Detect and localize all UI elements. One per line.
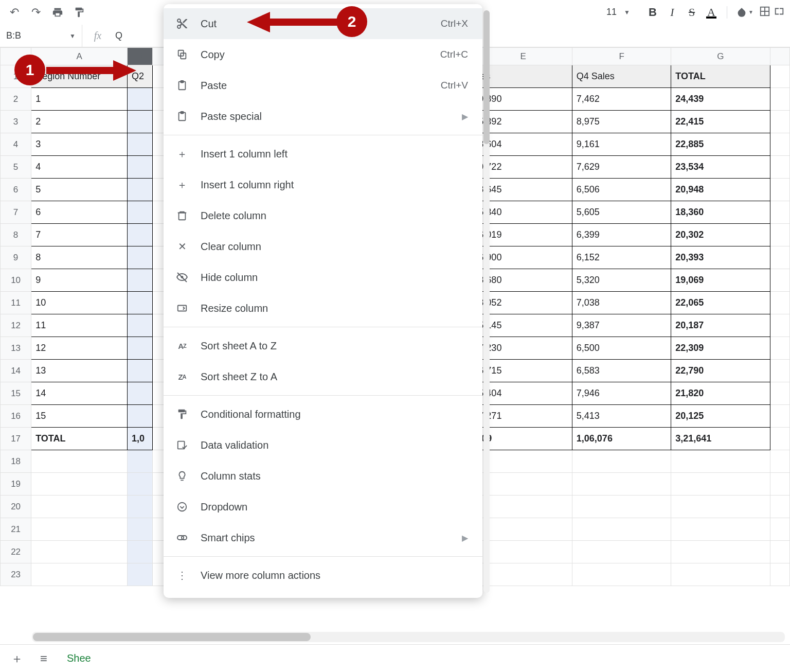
cell[interactable] [572, 496, 671, 518]
fill-color-button[interactable]: ▼ [733, 7, 756, 18]
add-sheet-button[interactable]: ＋ [8, 650, 26, 667]
cell[interactable]: 5 [31, 179, 128, 201]
cell[interactable] [572, 450, 671, 473]
row-header[interactable]: 6 [1, 179, 31, 201]
cell[interactable] [127, 337, 152, 360]
horizontal-scrollbar[interactable] [32, 632, 785, 642]
cell[interactable]: 2 [31, 111, 128, 133]
cell[interactable] [572, 473, 671, 496]
cell[interactable]: 6,399 [572, 224, 671, 246]
cell[interactable] [671, 541, 770, 563]
cell[interactable] [127, 518, 152, 541]
cell[interactable] [671, 473, 770, 496]
cell[interactable] [31, 563, 128, 586]
cell[interactable]: 6,152 [572, 246, 671, 269]
row-header[interactable]: 20 [1, 496, 31, 518]
cell[interactable] [671, 563, 770, 586]
sheet-tab[interactable]: Shee [62, 652, 96, 664]
bold-button[interactable]: B [643, 3, 662, 22]
cell[interactable] [31, 541, 128, 563]
cell[interactable]: 22,885 [671, 133, 770, 156]
cell[interactable]: 21,820 [671, 382, 770, 405]
cell[interactable]: 7 [31, 224, 128, 246]
col-header-f[interactable]: F [572, 48, 671, 65]
row-header[interactable]: 23 [1, 563, 31, 586]
cell[interactable]: 4 [31, 156, 128, 179]
row-header[interactable]: 10 [1, 269, 31, 292]
cell[interactable]: 5,605 [572, 201, 671, 224]
print-button[interactable] [48, 3, 67, 22]
cell[interactable] [127, 563, 152, 586]
ctx-column-stats[interactable]: Column stats [164, 461, 482, 491]
cell[interactable] [671, 450, 770, 473]
ctx-copy[interactable]: Copy Ctrl+C [164, 39, 482, 70]
ctx-insert-right[interactable]: ＋ Insert 1 column right [164, 169, 482, 200]
ctx-sort-az[interactable]: AZ Sort sheet A to Z [164, 330, 482, 361]
cell[interactable] [127, 246, 152, 269]
ctx-clear-column[interactable]: ✕ Clear column [164, 231, 482, 262]
undo-button[interactable]: ↶ [5, 3, 24, 22]
cell[interactable] [127, 360, 152, 382]
cell[interactable] [127, 473, 152, 496]
cell[interactable] [31, 518, 128, 541]
cell[interactable]: Q4 Sales [572, 65, 671, 88]
ctx-resize-column[interactable]: Resize column [164, 293, 482, 324]
row-header[interactable]: 18 [1, 450, 31, 473]
cell[interactable]: 24,439 [671, 88, 770, 111]
row-header[interactable]: 14 [1, 360, 31, 382]
cell[interactable]: 9 [31, 269, 128, 292]
cell[interactable] [127, 201, 152, 224]
cell[interactable] [671, 518, 770, 541]
cell[interactable] [127, 382, 152, 405]
cell[interactable] [127, 314, 152, 337]
row-header[interactable]: 15 [1, 382, 31, 405]
cell[interactable]: 12 [31, 337, 128, 360]
cell[interactable] [31, 496, 128, 518]
formula-input[interactable]: Q [113, 30, 122, 41]
cell[interactable] [127, 496, 152, 518]
all-sheets-button[interactable]: ≡ [35, 651, 52, 666]
cell[interactable]: 19,069 [671, 269, 770, 292]
ctx-more-actions[interactable]: ⋮ View more column actions [164, 560, 482, 591]
redo-button[interactable]: ↷ [27, 3, 45, 22]
cell[interactable]: 7,629 [572, 156, 671, 179]
cell[interactable]: 1 [31, 88, 128, 111]
cell[interactable] [127, 156, 152, 179]
ctx-sort-za[interactable]: ZA Sort sheet Z to A [164, 361, 482, 392]
cell[interactable]: 18,360 [671, 201, 770, 224]
cell[interactable]: 6,500 [572, 337, 671, 360]
borders-button[interactable] [759, 6, 770, 19]
row-header[interactable]: 4 [1, 133, 31, 156]
cell[interactable] [572, 563, 671, 586]
row-header[interactable]: 5 [1, 156, 31, 179]
ctx-scrollbar[interactable] [483, 10, 490, 593]
row-header[interactable]: 3 [1, 111, 31, 133]
cell[interactable]: 22,415 [671, 111, 770, 133]
row-header[interactable]: 7 [1, 201, 31, 224]
cell[interactable]: 20,948 [671, 179, 770, 201]
text-color-button[interactable]: A [702, 3, 721, 22]
ctx-dropdown[interactable]: Dropdown [164, 491, 482, 522]
cell[interactable]: 22,790 [671, 360, 770, 382]
cell[interactable]: 8,975 [572, 111, 671, 133]
font-size-select[interactable]: 11 ▼ [598, 4, 633, 21]
cell[interactable]: TOTAL [31, 428, 128, 450]
cell[interactable]: 22,065 [671, 292, 770, 314]
italic-button[interactable]: I [663, 3, 681, 22]
cell[interactable]: 7,038 [572, 292, 671, 314]
cell[interactable]: 5,413 [572, 405, 671, 428]
ctx-paste-special[interactable]: Paste special ▶ [164, 101, 482, 132]
cell[interactable] [127, 133, 152, 156]
cell[interactable]: 1,06,076 [572, 428, 671, 450]
name-box[interactable]: B:B ▼ [0, 25, 82, 47]
row-header[interactable]: 22 [1, 541, 31, 563]
cell[interactable]: 9,387 [572, 314, 671, 337]
cell[interactable] [31, 473, 128, 496]
cell[interactable]: 3 [31, 133, 128, 156]
row-header[interactable]: 9 [1, 246, 31, 269]
cell[interactable] [127, 405, 152, 428]
row-header[interactable]: 21 [1, 518, 31, 541]
cell[interactable]: 22,309 [671, 337, 770, 360]
cell[interactable]: 1,0 [127, 428, 152, 450]
row-header[interactable]: 16 [1, 405, 31, 428]
